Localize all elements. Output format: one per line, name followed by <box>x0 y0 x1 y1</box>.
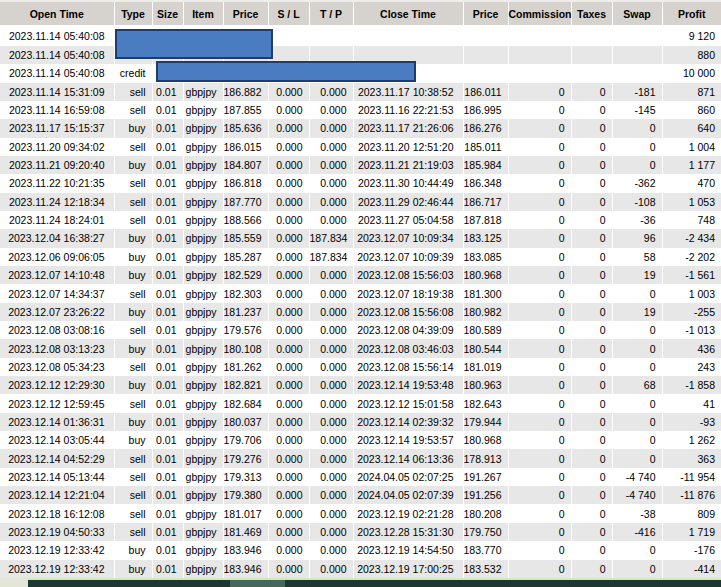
cell-type: buy <box>114 339 152 357</box>
cell-commission: 0 <box>508 284 571 302</box>
history-row[interactable]: 2023.12.12 12:59:45sell0.01gbpjpy182.684… <box>0 394 721 412</box>
cell-item: gbpjpy <box>183 449 223 467</box>
cell-close-price: 180.968 <box>463 266 508 284</box>
history-row[interactable]: 2023.11.21 09:20:40buy0.01gbpjpy184.8070… <box>0 156 721 174</box>
history-row[interactable]: 2023.12.14 12:21:04sell0.01gbpjpy179.380… <box>0 486 721 504</box>
cell-open-price: 183.946 <box>223 560 268 579</box>
cell-profit: -1 561 <box>662 266 721 284</box>
cell-tp: 0.000 <box>309 486 353 504</box>
cell-item: gbpjpy <box>183 119 223 137</box>
history-row[interactable]: 2023.12.08 03:13:23buy0.01gbpjpy180.1080… <box>0 339 721 357</box>
cell-sl: 0.000 <box>268 156 309 174</box>
cell-profit: 363 <box>662 449 721 467</box>
history-row[interactable]: 2023.12.19 12:33:42buy0.01gbpjpy183.9460… <box>0 560 721 579</box>
cell-swap: -38 <box>612 504 662 522</box>
cell-open-time: 2023.12.08 03:13:23 <box>0 339 114 357</box>
history-row[interactable]: 2023.12.07 23:26:22buy0.01gbpjpy181.2370… <box>0 303 721 321</box>
col-header-type: Type <box>114 1 152 26</box>
cell-type: buy <box>114 266 152 284</box>
history-row[interactable]: 2023.11.17 15:15:37buy0.01gbpjpy185.6360… <box>0 119 721 137</box>
history-row[interactable]: 2023.12.14 01:36:31buy0.01gbpjpy180.0370… <box>0 413 721 431</box>
cell-close-time: 2023.12.14 06:13:36 <box>353 449 463 467</box>
cell-close-price: 187.818 <box>463 211 508 229</box>
cell-profit: 10 000 <box>662 64 721 82</box>
cell-type: sell <box>114 486 152 504</box>
history-row[interactable]: 2023.11.24 12:18:34sell0.01gbpjpy187.770… <box>0 193 721 211</box>
cell-profit: 470 <box>662 174 721 192</box>
history-row[interactable]: 2023.11.14 05:40:089 120 <box>0 26 721 46</box>
history-row[interactable]: 2023.12.19 04:50:33sell0.01gbpjpy181.469… <box>0 523 721 541</box>
history-row[interactable]: 2023.12.14 04:52:29sell0.01gbpjpy179.276… <box>0 449 721 467</box>
cell-taxes: 0 <box>571 211 612 229</box>
cell-sl: 0.000 <box>268 413 309 431</box>
history-row[interactable]: 2023.12.07 14:34:37sell0.01gbpjpy182.303… <box>0 284 721 302</box>
cell-size: 0.01 <box>152 504 183 522</box>
cell-tp: 0.000 <box>309 83 353 101</box>
cell-open-price: 181.017 <box>223 504 268 522</box>
cell-commission: 0 <box>508 174 571 192</box>
cell-open-price: 180.037 <box>223 413 268 431</box>
cell-type: buy <box>114 248 152 266</box>
history-row[interactable]: 2023.12.08 05:34:23sell0.01gbpjpy181.262… <box>0 358 721 376</box>
cell-close-price <box>463 46 508 64</box>
cell-profit: 41 <box>662 394 721 412</box>
cell-commission: 0 <box>508 211 571 229</box>
cell-tp: 0.000 <box>309 119 353 137</box>
cell-profit: 860 <box>662 101 721 119</box>
cell-close-price: 181.019 <box>463 358 508 376</box>
col-header-profit: Profit <box>662 1 721 26</box>
cell-type: buy <box>114 431 152 449</box>
cell-commission: 0 <box>508 321 571 339</box>
history-row[interactable]: 2023.12.14 05:13:44sell0.01gbpjpy179.313… <box>0 468 721 486</box>
history-row[interactable]: 2023.12.04 16:38:27buy0.01gbpjpy185.5590… <box>0 229 721 247</box>
cell-profit: 880 <box>662 46 721 64</box>
cell-tp: 0.000 <box>309 449 353 467</box>
cell-commission: 0 <box>508 394 571 412</box>
history-row[interactable]: 2023.12.07 14:10:48buy0.01gbpjpy182.5290… <box>0 266 721 284</box>
cell-swap: 0 <box>612 394 662 412</box>
cell-size: 0.01 <box>152 284 183 302</box>
cell-commission: 0 <box>508 504 571 522</box>
cell-item: gbpjpy <box>183 413 223 431</box>
history-row[interactable]: 2023.12.12 12:29:30buy0.01gbpjpy182.8210… <box>0 376 721 394</box>
cell-open-price: 186.818 <box>223 174 268 192</box>
cell-type: buy <box>114 560 152 579</box>
cell-size: 0.01 <box>152 174 183 192</box>
cell-size: 0.01 <box>152 560 183 579</box>
history-row[interactable]: 2023.12.08 03:08:16sell0.01gbpjpy179.576… <box>0 321 721 339</box>
cell-close-price: 191.267 <box>463 468 508 486</box>
cell-taxes: 0 <box>571 468 612 486</box>
history-row[interactable]: 2023.12.18 16:12:08sell0.01gbpjpy181.017… <box>0 504 721 522</box>
cell-close-time: 2023.12.14 19:53:57 <box>353 431 463 449</box>
cell-taxes: 0 <box>571 174 612 192</box>
history-row[interactable]: 2023.12.19 12:33:42buy0.01gbpjpy183.9460… <box>0 541 721 559</box>
cell-taxes: 0 <box>571 394 612 412</box>
cell-commission: 0 <box>508 248 571 266</box>
cell-sl: 0.000 <box>268 339 309 357</box>
cell-tp: 187.834 <box>309 248 353 266</box>
cell-taxes: 0 <box>571 303 612 321</box>
history-row[interactable]: 2023.11.24 18:24:01sell0.01gbpjpy188.566… <box>0 211 721 229</box>
cell-swap: 0 <box>612 321 662 339</box>
cell-swap: 19 <box>612 303 662 321</box>
cell-close-price: 183.532 <box>463 560 508 579</box>
history-row[interactable]: 2023.11.22 10:21:35sell0.01gbpjpy186.818… <box>0 174 721 192</box>
cell-sl: 0.000 <box>268 560 309 579</box>
cell-taxes: 0 <box>571 284 612 302</box>
cell-commission: 0 <box>508 266 571 284</box>
cell-size: 0.01 <box>152 358 183 376</box>
cell-close-time: 2023.11.20 12:51:20 <box>353 138 463 156</box>
cell-tp: 0.000 <box>309 358 353 376</box>
cell-tp <box>309 26 353 46</box>
history-row[interactable]: 2023.11.14 16:59:08sell0.01gbpjpy187.855… <box>0 101 721 119</box>
cell-open-time: 2023.12.06 09:06:05 <box>0 248 114 266</box>
cell-close-price: 191.256 <box>463 486 508 504</box>
history-row[interactable]: 2023.12.06 09:06:05buy0.01gbpjpy185.2870… <box>0 248 721 266</box>
cell-type: sell <box>114 321 152 339</box>
history-row[interactable]: 2023.11.14 15:31:09sell0.01gbpjpy186.882… <box>0 83 721 101</box>
cell-close-time: 2023.12.08 15:56:03 <box>353 266 463 284</box>
history-row[interactable]: 2023.11.20 09:34:02sell0.01gbpjpy186.015… <box>0 138 721 156</box>
cell-open-time: 2023.12.07 14:10:48 <box>0 266 114 284</box>
cell-item: gbpjpy <box>183 138 223 156</box>
history-row[interactable]: 2023.12.14 03:05:44buy0.01gbpjpy179.7060… <box>0 431 721 449</box>
